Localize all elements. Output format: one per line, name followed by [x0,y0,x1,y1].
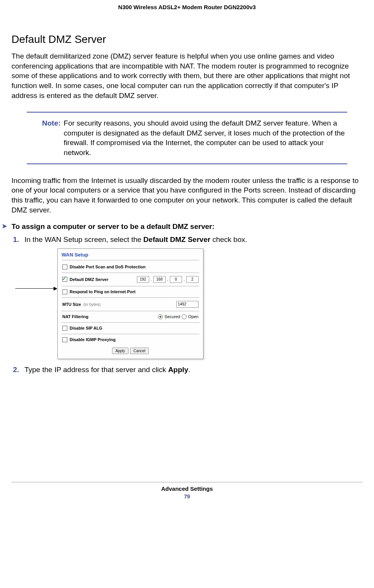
note-label: Note: [42,119,61,127]
disable-port-scan-checkbox[interactable] [62,265,67,270]
wan-screenshot: WAN Setup Disable Port Scan and DoS Prot… [15,248,363,359]
nat-secured-radio[interactable] [158,314,163,319]
nat-open-radio[interactable] [182,314,187,319]
nat-open-label: Open [188,314,198,319]
step-text-bold: Apply [168,366,189,374]
respond-ping-checkbox[interactable] [62,289,67,294]
mtu-input[interactable] [176,301,198,308]
dmz-ip-1[interactable] [137,276,149,283]
cancel-button[interactable]: Cancel [130,348,149,354]
step-1: 1. In the WAN Setup screen, select the D… [11,235,363,245]
pointer-arrow-icon [15,287,57,291]
document-header: N300 Wireless ADSL2+ Modem Router DGN220… [11,4,363,10]
note-text: For security reasons, you should avoid u… [64,118,347,158]
step-number: 1. [13,235,24,245]
intro-paragraph: The default demilitarized zone (DMZ) ser… [11,51,363,100]
wan-row-ping: Respond to Ping on Internet Port [62,286,199,298]
wan-row-port-scan: Disable Port Scan and DoS Protection [62,261,199,273]
step-number: 2. [13,365,24,375]
disable-port-scan-label: Disable Port Scan and DoS Protection [70,265,146,269]
apply-button[interactable]: Apply [112,348,128,354]
disable-igmp-checkbox[interactable] [62,337,67,342]
procedure-title: To assign a computer or server to be a d… [11,222,215,231]
dmz-ip-2[interactable] [153,276,166,283]
nat-label: NAT Filtering [62,314,88,319]
footer-page-number: 79 [11,493,363,500]
default-dmz-checkbox[interactable] [62,277,67,282]
step-text-bold: Default DMZ Server [143,235,210,243]
footer-section: Advanced Settings [11,485,363,492]
wan-row-sip: Disable SIP ALG [62,323,199,334]
dmz-ip-group: . . . [137,276,198,283]
procedure-heading: ➤ To assign a computer or server to be a… [11,222,363,231]
default-dmz-label: Default DMZ Server [70,277,108,282]
step-text-pre: In the WAN Setup screen, select the [24,235,143,243]
page-footer: Advanced Settings 79 [11,482,363,500]
step-2: 2. Type the IP address for that server a… [11,365,363,375]
step-text-pre: Type the IP address for that server and … [24,366,168,374]
wan-row-mtu: MTU Size (in bytes) [62,298,199,311]
wan-setup-panel: WAN Setup Disable Port Scan and DoS Prot… [57,248,203,359]
wan-row-nat: NAT Filtering Secured Open [62,311,199,323]
step-text-post: check box. [210,235,247,243]
body-paragraph: Incoming traffic from the Internet is us… [11,176,363,215]
wan-title: WAN Setup [62,252,199,260]
note-box: Note: For security reasons, you should a… [27,112,347,164]
disable-sip-checkbox[interactable] [62,326,67,331]
mtu-label: MTU Size [62,302,81,307]
nat-secured-label: Secured [164,314,180,319]
section-heading: Default DMZ Server [11,33,363,46]
dmz-ip-3[interactable] [170,276,182,283]
disable-sip-label: Disable SIP ALG [70,326,102,330]
disable-igmp-label: Disable IGMP Proxying [70,337,115,342]
dmz-ip-4[interactable] [186,276,198,283]
wan-row-dmz: Default DMZ Server . . . [62,273,199,286]
respond-ping-label: Respond to Ping on Internet Port [70,289,135,294]
wan-row-igmp: Disable IGMP Proxying [62,334,199,345]
mtu-hint: (in bytes) [83,302,101,307]
chevron-icon: ➤ [2,222,7,231]
step-text-post: . [188,366,190,374]
